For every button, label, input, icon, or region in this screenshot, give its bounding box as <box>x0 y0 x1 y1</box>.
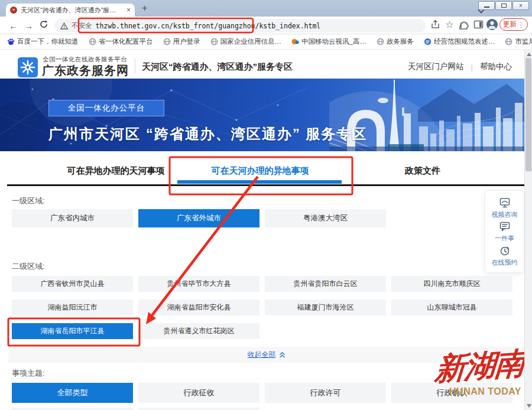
hero-banner: 全国一体化办公平台 广州市天河区 “跨省通办、湾区通办” 服务专区 <box>0 79 524 151</box>
url-text[interactable]: thzwb.thnet.gov.cn/kstb_front/guangzhou/… <box>96 22 321 30</box>
tab-policy-files[interactable]: 政策文件 <box>384 165 461 177</box>
online-booking-item[interactable]: 在线预约 <box>492 244 518 267</box>
baidu-paw-icon <box>7 38 15 45</box>
bookmark-star-icon[interactable]: ☆ <box>445 19 455 30</box>
minimize-button[interactable] <box>478 1 495 10</box>
scrollbar-thumb[interactable] <box>525 58 531 171</box>
city-btn-pingjiang-selected[interactable]: 湖南省岳阳市平江县 <box>12 323 133 339</box>
topic-btn-levy[interactable]: 行政征收 <box>138 383 259 403</box>
video-consult-icon <box>498 196 511 209</box>
scroll-up-arrow-icon[interactable] <box>527 53 531 56</box>
globe-icon <box>210 38 218 45</box>
city-btn[interactable]: 贵州省贵阳市白云区 <box>265 276 386 292</box>
bookmark-platform[interactable]: 省一体化配置平台 <box>89 37 153 46</box>
globe-icon <box>377 38 384 45</box>
browser-tab[interactable]: 天河区“跨省通办、湾区通办”服… × <box>6 4 135 17</box>
share-icon[interactable] <box>430 19 441 30</box>
bookmark-credit-info[interactable]: 国家企业信用信息… <box>210 37 282 46</box>
bookmark-jingyingfanwei[interactable]: 经营范围规范表述… <box>424 37 495 46</box>
one-thing-item[interactable]: 一件事 <box>495 220 514 243</box>
portal-link[interactable]: 天河区门户网站 <box>408 61 464 72</box>
tab-close-icon[interactable]: × <box>126 6 131 14</box>
bookmark-shijianju[interactable]: 市监局办事指南 <box>505 37 532 46</box>
site-name: 广东政务服务网 <box>42 63 129 79</box>
annotation-arrow-line <box>152 177 258 315</box>
globe-icon <box>89 38 96 45</box>
new-tab-button[interactable]: + <box>142 3 147 14</box>
topic-btn-license[interactable]: 行政许可 <box>265 383 386 403</box>
city-btn[interactable]: 广西省钦州市灵山县 <box>12 276 133 292</box>
reload-icon[interactable] <box>39 19 50 30</box>
gdzwfw-logo <box>18 57 38 80</box>
active-tab-underline <box>177 180 342 184</box>
close-button[interactable]: × <box>512 1 529 10</box>
globe-icon <box>505 38 512 45</box>
section-title: 天河区“跨省通办、湾区通办”服务专区 <box>142 61 293 73</box>
forward-icon[interactable]: → <box>24 21 34 31</box>
city-btn[interactable]: 山东聊城市冠县 <box>391 300 512 315</box>
site-favicon-icon <box>10 6 17 14</box>
tab-title: 天河区“跨省通办、湾区通办”服… <box>21 6 123 15</box>
kebab-menu-icon: ⋮ <box>518 21 525 29</box>
globe-icon <box>163 38 171 45</box>
level2-label: 二级区域: <box>12 261 45 272</box>
chat-bubble-icon <box>498 220 511 233</box>
cmcc-cloud-icon <box>291 38 299 45</box>
address-bar[interactable]: 不安全 thzwb.thnet.gov.cn/kstb_front/guangz… <box>54 19 426 32</box>
collapse-all-link[interactable]: 收起全部 <box>248 350 276 360</box>
browser-window: 天河区“跨省通办、湾区通办”服… × + × ← → 不安全 thzwb.thn… <box>0 0 532 410</box>
video-consult-item[interactable]: 视频咨询 <box>492 196 518 219</box>
tab-remote-items[interactable]: 可在天河办理的异地事项 <box>195 165 325 177</box>
extensions-puzzle-icon[interactable] <box>459 19 470 30</box>
header-divider <box>135 58 135 74</box>
blue-doc-icon <box>424 38 432 45</box>
bookmark-baidu[interactable]: 百度一下，你就知道 <box>7 37 79 46</box>
page-scrollbar[interactable] <box>524 50 532 410</box>
city-btn[interactable]: 四川南充市顺庆区 <box>391 276 512 292</box>
collapse-all-bar: 收起全部 <box>8 347 524 363</box>
tabs-divider-rule <box>7 184 524 186</box>
tab-strip: 天河区“跨省通办、湾区通办”服… × + × <box>0 0 532 17</box>
city-btn[interactable]: 贵州省毕节市大方县 <box>138 276 259 292</box>
bookmark-zhengwu[interactable]: 政务服务 <box>377 37 414 46</box>
topic-btn-all[interactable]: 全部类型 <box>12 383 133 403</box>
city-btn[interactable]: 福建厦门市海沧区 <box>265 300 386 315</box>
hero-badge-button[interactable]: 全国一体化办公平台 <box>48 100 164 116</box>
scroll-down-arrow-icon[interactable] <box>527 404 531 408</box>
topic-label: 事项主题: <box>12 368 45 379</box>
bookmark-login[interactable]: 用户登录 <box>163 37 200 46</box>
partial-button-row <box>138 408 259 410</box>
update-button[interactable]: 更新 ⋮ <box>499 18 528 31</box>
topic-btn-confirm[interactable]: 行政确认 <box>391 383 512 403</box>
side-panel-icon[interactable] <box>473 19 484 30</box>
links-separator: | <box>471 63 473 71</box>
city-btn[interactable]: 湖南益阳沅江市 <box>12 300 133 315</box>
level1-label: 一级区域: <box>12 196 45 206</box>
region-btn-guangdong-outside[interactable]: 广东省外城市 <box>138 209 259 227</box>
chevron-up-double-icon <box>279 352 286 359</box>
city-btn[interactable]: 湖南省益阳市安化县 <box>138 300 259 315</box>
help-center-link[interactable]: 帮助中心 <box>480 61 512 72</box>
region-btn-greater-bay[interactable]: 粤港澳大湾区 <box>265 209 386 227</box>
warning-icon <box>60 22 68 30</box>
profile-avatar[interactable] <box>486 19 498 30</box>
floating-service-panel: 视频咨询 一件事 在线预约 <box>485 190 524 273</box>
clock-booking-icon <box>498 244 511 257</box>
city-btn[interactable]: 贵州省遵义市红花岗区 <box>138 323 259 339</box>
hero-title: 广州市天河区 “跨省通办、湾区通办” 服务专区 <box>48 125 367 144</box>
region-btn-guangdong-inside[interactable]: 广东省内城市 <box>12 209 133 227</box>
back-icon[interactable]: ← <box>8 21 18 31</box>
security-label[interactable]: 不安全 <box>72 21 92 30</box>
bookmarks-bar: 百度一下，你就知道 省一体化配置平台 用户登录 国家企业信用信息… 中国移动云视… <box>0 34 532 50</box>
bookmark-yunshixun[interactable]: 中国移动云视讯_高… <box>291 37 366 46</box>
tab-tianhe-items[interactable]: 可在异地办理的天河事项 <box>53 165 179 177</box>
partial-button-row <box>12 408 133 410</box>
maximize-button[interactable] <box>495 1 512 10</box>
